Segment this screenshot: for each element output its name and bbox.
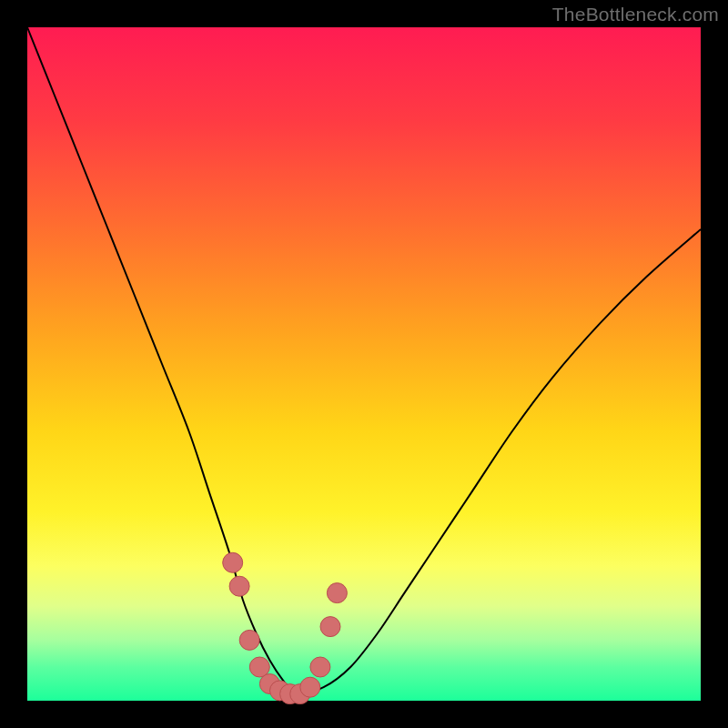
chart-frame: TheBottleneck.com	[0, 0, 728, 728]
marker-point	[320, 617, 340, 637]
marker-point	[239, 630, 259, 650]
marker-point	[327, 583, 347, 603]
plot-area	[27, 27, 701, 701]
marker-point	[310, 657, 330, 677]
marker-point	[229, 576, 249, 596]
marker-point	[223, 552, 243, 572]
marker-point	[300, 677, 320, 697]
bottleneck-curve	[27, 27, 701, 694]
watermark-text: TheBottleneck.com	[552, 4, 719, 25]
curve-layer	[27, 27, 701, 701]
